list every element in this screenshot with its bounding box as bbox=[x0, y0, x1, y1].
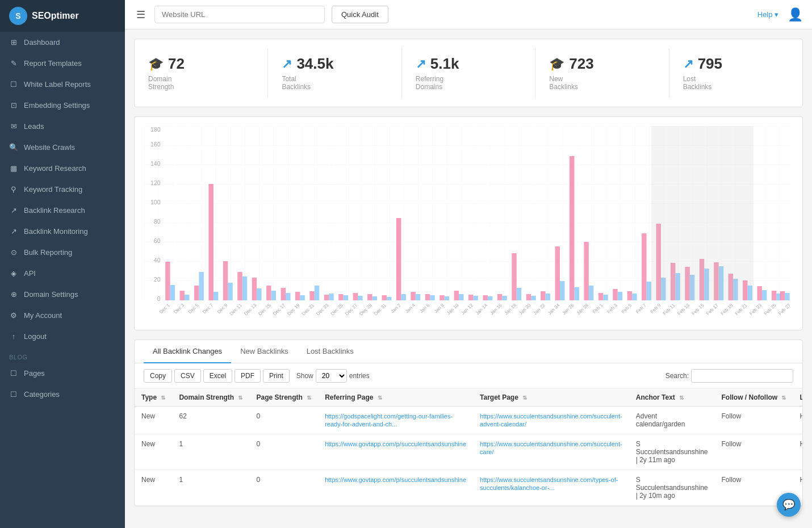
sidebar-item-keyword-research[interactable]: ▦ Keyword Research bbox=[0, 158, 125, 179]
svg-rect-47 bbox=[425, 294, 430, 300]
sidebar-item-report-templates[interactable]: ✎ Report Templates bbox=[0, 53, 125, 74]
sidebar-item-logout[interactable]: ↑ Logout bbox=[0, 326, 125, 347]
csv-button[interactable]: CSV bbox=[174, 369, 201, 383]
col-follow-nofollow[interactable]: Follow / Nofollow ⇅ bbox=[714, 389, 793, 407]
entries-select[interactable]: 20 50 100 bbox=[316, 369, 347, 383]
cell-target-page: https://www.succulentsandsunshine.com/su… bbox=[473, 434, 629, 470]
svg-rect-21 bbox=[237, 272, 242, 300]
tab-new-backlinks[interactable]: New Backlinks bbox=[231, 340, 298, 363]
sidebar-item-api[interactable]: ◈ API bbox=[0, 263, 125, 284]
svg-rect-32 bbox=[315, 286, 319, 300]
sidebar-logo[interactable]: S SEOptimer bbox=[0, 0, 125, 32]
svg-text:Dec 25: Dec 25 bbox=[330, 303, 345, 316]
new-backlinks-icon: 🎓 bbox=[549, 57, 564, 72]
sidebar-item-website-crawls[interactable]: 🔍 Website Crawls bbox=[0, 137, 125, 158]
svg-rect-41 bbox=[382, 295, 386, 300]
svg-text:Dec 19: Dec 19 bbox=[286, 303, 301, 316]
svg-rect-38 bbox=[358, 296, 362, 300]
sidebar-item-dashboard[interactable]: ⊞ Dashboard bbox=[0, 32, 125, 53]
col-link[interactable]: Link bbox=[793, 389, 803, 407]
svg-rect-92 bbox=[743, 280, 747, 300]
svg-text:Jan 28: Jan 28 bbox=[576, 303, 590, 316]
svg-text:Jan 26: Jan 26 bbox=[561, 303, 575, 316]
svg-rect-33 bbox=[324, 295, 329, 300]
tab-lost-backlinks[interactable]: Lost Backlinks bbox=[298, 340, 363, 363]
svg-text:Jan 20: Jan 20 bbox=[518, 303, 532, 316]
svg-rect-96 bbox=[772, 291, 776, 300]
blog-section-label: Blog bbox=[0, 347, 125, 363]
user-avatar-icon[interactable]: 👤 bbox=[788, 7, 803, 22]
sidebar-item-domain-settings[interactable]: ⊕ Domain Settings bbox=[0, 284, 125, 305]
file-icon: ✎ bbox=[9, 59, 18, 68]
cell-referring-page: https://www.govtapp.com/p/succulentsands… bbox=[318, 470, 473, 506]
cell-anchor-text: Advent calendar/garden bbox=[629, 407, 715, 434]
copy-icon: ☐ bbox=[9, 80, 18, 89]
grid-icon: ⊞ bbox=[9, 38, 18, 47]
svg-rect-12 bbox=[170, 285, 175, 300]
pdf-button[interactable]: PDF bbox=[235, 369, 261, 383]
svg-rect-53 bbox=[468, 295, 473, 300]
chart-svg: 0 20 40 60 80 100 120 140 160 180 bbox=[144, 126, 793, 319]
url-input[interactable] bbox=[154, 6, 325, 23]
svg-rect-29 bbox=[295, 292, 300, 300]
col-type[interactable]: Type ⇅ bbox=[135, 389, 172, 407]
cell-page-strength: 0 bbox=[249, 434, 318, 470]
cell-target-page: https://www.succulentsandsunshine.com/su… bbox=[473, 407, 629, 434]
search-label: Search: bbox=[665, 372, 689, 380]
stat-total-backlinks: ↗ 34.5k TotalBacklinks bbox=[268, 48, 401, 98]
sidebar-item-white-label-reports[interactable]: ☐ White Label Reports bbox=[0, 74, 125, 95]
sidebar-item-categories[interactable]: ☐ Categories bbox=[0, 384, 125, 405]
col-domain-strength[interactable]: Domain Strength ⇅ bbox=[172, 389, 249, 407]
help-button[interactable]: Help ▾ bbox=[757, 10, 778, 19]
copy-button[interactable]: Copy bbox=[144, 369, 172, 383]
svg-rect-58 bbox=[502, 296, 507, 300]
svg-rect-57 bbox=[497, 294, 502, 300]
col-referring-page[interactable]: Referring Page ⇅ bbox=[318, 389, 473, 407]
cell-referring-page: https://www.govtapp.com/p/succulentsands… bbox=[318, 434, 473, 470]
svg-rect-61 bbox=[526, 294, 531, 300]
svg-rect-98 bbox=[780, 291, 785, 300]
svg-text:Jan 18: Jan 18 bbox=[504, 303, 518, 316]
col-target-page[interactable]: Target Page ⇅ bbox=[473, 389, 629, 407]
logout-icon: ↑ bbox=[9, 332, 18, 341]
svg-rect-62 bbox=[531, 296, 535, 300]
search-input[interactable] bbox=[691, 369, 793, 383]
excel-button[interactable]: Excel bbox=[203, 369, 232, 383]
svg-text:Jan 10: Jan 10 bbox=[446, 303, 460, 316]
col-page-strength[interactable]: Page Strength ⇅ bbox=[249, 389, 318, 407]
hamburger-button[interactable]: ☰ bbox=[134, 6, 148, 23]
svg-text:Feb 11: Feb 11 bbox=[662, 303, 676, 316]
sidebar-item-bulk-reporting[interactable]: ⊙ Bulk Reporting bbox=[0, 242, 125, 263]
tab-all-backlink-changes[interactable]: All Backlink Changes bbox=[144, 340, 231, 363]
svg-text:Feb 23: Feb 23 bbox=[748, 303, 763, 316]
table-controls: Copy CSV Excel PDF Print Show 20 50 100 … bbox=[135, 363, 802, 389]
quick-audit-button[interactable]: Quick Audit bbox=[332, 6, 388, 23]
sidebar-item-backlink-research[interactable]: ↗ Backlink Research bbox=[0, 200, 125, 221]
print-button[interactable]: Print bbox=[263, 369, 290, 383]
svg-text:Feb 27: Feb 27 bbox=[777, 303, 792, 316]
sidebar-item-backlink-monitoring[interactable]: ↗ Backlink Monitoring bbox=[0, 221, 125, 242]
sidebar-item-keyword-tracking[interactable]: ⚲ Keyword Tracking bbox=[0, 179, 125, 200]
stats-cards: 🎓 72 DomainStrength ↗ 34.5k TotalBacklin… bbox=[134, 39, 803, 107]
cell-page-strength: 0 bbox=[249, 407, 318, 434]
svg-rect-20 bbox=[228, 283, 232, 300]
svg-rect-18 bbox=[214, 292, 218, 300]
sidebar-item-my-account[interactable]: ⚙ My Account bbox=[0, 305, 125, 326]
svg-text:20: 20 bbox=[154, 276, 161, 283]
chat-bubble[interactable]: 💬 bbox=[777, 493, 801, 517]
logo-icon: S bbox=[9, 7, 27, 25]
sidebar-item-embedding-settings[interactable]: ⊡ Embedding Settings bbox=[0, 95, 125, 116]
cell-type: New bbox=[135, 407, 172, 434]
cell-page-strength: 0 bbox=[249, 470, 318, 506]
cell-anchor-text: S Succulentsandsunshine | 2y 11m ago bbox=[629, 434, 715, 470]
sidebar-item-pages[interactable]: ☐ Pages bbox=[0, 363, 125, 384]
sidebar-item-leads[interactable]: ✉ Leads bbox=[0, 116, 125, 137]
svg-text:120: 120 bbox=[150, 180, 161, 186]
svg-text:Feb 7: Feb 7 bbox=[635, 303, 647, 315]
svg-text:160: 160 bbox=[150, 141, 161, 148]
svg-rect-50 bbox=[445, 296, 449, 300]
svg-text:Dec 21: Dec 21 bbox=[301, 303, 316, 316]
col-anchor-text[interactable]: Anchor Text ⇅ bbox=[629, 389, 715, 407]
svg-rect-75 bbox=[627, 291, 632, 300]
lost-backlinks-icon: ↗ bbox=[683, 57, 693, 72]
